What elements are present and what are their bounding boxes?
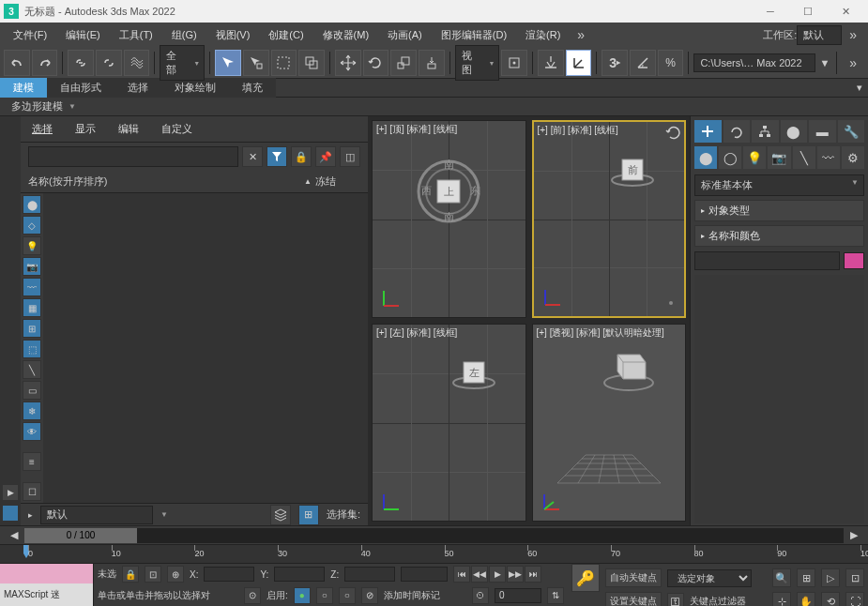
enable-2-button[interactable]: ○ bbox=[316, 587, 333, 604]
viewcube-front-icon[interactable]: 前 bbox=[609, 150, 656, 188]
maxscript-label[interactable]: MAXScript 迷 bbox=[0, 583, 93, 607]
status-grid-input[interactable] bbox=[401, 567, 448, 582]
viewport-persp-label[interactable]: [+] [透视] [标准] [默认明暗处理] bbox=[537, 326, 664, 340]
selection-filter-dropdown[interactable]: 全部 bbox=[160, 45, 205, 81]
filter-all-icon[interactable]: ≡ bbox=[23, 452, 41, 471]
object-name-input[interactable] bbox=[694, 251, 840, 270]
status-z-input[interactable] bbox=[344, 567, 395, 582]
filter-none-icon[interactable]: ☐ bbox=[23, 482, 41, 501]
menu-group[interactable]: 组(G) bbox=[162, 24, 206, 46]
nav-zoomext-button[interactable]: ⊡ bbox=[845, 568, 864, 587]
link-button[interactable] bbox=[68, 50, 94, 76]
viewcube-home-icon[interactable] bbox=[669, 301, 673, 305]
menu-file[interactable]: 文件(F) bbox=[4, 24, 56, 46]
timeslider-prev-icon[interactable]: ◀ bbox=[8, 529, 21, 541]
time-ruler[interactable]: 0102030405060708090100 bbox=[0, 544, 868, 563]
timeslider-next-icon[interactable]: ▶ bbox=[847, 529, 860, 541]
viewport-front[interactable]: [+] [前] [标准] [线框] 前 bbox=[532, 120, 687, 318]
filter-geometry-icon[interactable]: ⬤ bbox=[23, 195, 41, 214]
sb-isolate-button[interactable]: ⊡ bbox=[145, 566, 161, 583]
filter-frozen-icon[interactable]: ❄ bbox=[23, 401, 41, 420]
move-button[interactable] bbox=[335, 50, 361, 76]
ribbon-panel-expand-icon[interactable]: ▼ bbox=[69, 102, 76, 111]
menu-overflow-icon[interactable]: » bbox=[570, 27, 592, 42]
cp-sub-shapes[interactable]: ◯ bbox=[719, 146, 741, 169]
placement-button[interactable] bbox=[419, 50, 445, 76]
menu-rendering[interactable]: 渲染(R) bbox=[516, 24, 570, 46]
object-color-swatch[interactable] bbox=[844, 252, 864, 269]
filter-shapes-icon[interactable]: ◇ bbox=[23, 216, 41, 235]
sb-toggle1-button[interactable]: ⊙ bbox=[244, 587, 261, 604]
maximize-button[interactable]: ☐ bbox=[789, 0, 827, 23]
key-filters-icon[interactable]: ⚿ bbox=[667, 593, 684, 606]
unlink-button[interactable] bbox=[96, 50, 122, 76]
cp-category-dropdown[interactable]: 标准基本体 bbox=[694, 174, 864, 196]
scene-column-freeze[interactable]: ▲冻结 bbox=[304, 174, 360, 189]
status-x-input[interactable] bbox=[204, 567, 254, 582]
current-frame-input[interactable] bbox=[495, 588, 541, 603]
angle-snap-button[interactable] bbox=[566, 50, 592, 76]
enable-1-button[interactable]: ● bbox=[294, 587, 311, 604]
layer-button[interactable] bbox=[270, 505, 291, 525]
nav-zoomall-button[interactable]: ⊞ bbox=[797, 568, 815, 587]
cp-sub-lights[interactable]: 💡 bbox=[743, 146, 766, 169]
enable-3-button[interactable]: ○ bbox=[339, 587, 356, 604]
filter-xrefs-icon[interactable]: ⬚ bbox=[23, 340, 41, 358]
cp-sub-geometry[interactable]: ⬤ bbox=[694, 146, 717, 169]
viewcube-top-icon[interactable]: 上 南 西 东 南 bbox=[416, 159, 481, 224]
menu-animation[interactable]: 动画(A) bbox=[378, 24, 432, 46]
ribbon-tab-objectpaint[interactable]: 对象绘制 bbox=[161, 78, 229, 98]
snaps-3-button[interactable]: 3▸ bbox=[602, 50, 628, 76]
cp-rollout-objecttype[interactable]: ▸对象类型 bbox=[694, 200, 864, 221]
menu-create[interactable]: 创建(C) bbox=[259, 24, 312, 46]
cp-tab-hierarchy[interactable] bbox=[752, 120, 779, 143]
next-frame-button[interactable]: ▶▶ bbox=[507, 566, 524, 583]
nav-orbit-button[interactable]: ⟲ bbox=[821, 592, 840, 606]
scene-list[interactable] bbox=[43, 193, 368, 503]
minimize-button[interactable]: ─ bbox=[752, 0, 789, 23]
filter-cameras-icon[interactable]: 📷 bbox=[23, 257, 41, 276]
scene-lock-button[interactable]: 🔒 bbox=[291, 146, 312, 167]
scene-bottom-input[interactable] bbox=[40, 506, 153, 524]
use-center-button[interactable] bbox=[501, 50, 527, 76]
scene-bottom-dropdown-icon[interactable]: ▼ bbox=[160, 510, 168, 519]
scene-pin-button[interactable]: 📌 bbox=[315, 146, 336, 167]
angle-snap-toggle-button[interactable] bbox=[630, 50, 656, 76]
cp-sub-helpers[interactable]: ╲ bbox=[793, 146, 815, 169]
sb-lock-button[interactable]: 🔒 bbox=[122, 566, 139, 583]
menu-overflow-right-icon[interactable]: » bbox=[842, 27, 864, 42]
close-button[interactable]: ✕ bbox=[827, 0, 864, 23]
redo-button[interactable] bbox=[32, 50, 58, 76]
menu-grapheditors[interactable]: 图形编辑器(D) bbox=[432, 24, 516, 46]
timeslider-track[interactable]: 0 / 100 bbox=[24, 528, 844, 543]
scene-search-input[interactable] bbox=[28, 146, 238, 167]
filter-bone-icon[interactable]: ╲ bbox=[23, 360, 41, 379]
keyfilter-button[interactable]: 关键点过滤器 bbox=[690, 595, 746, 606]
snap-toggle-button[interactable] bbox=[538, 50, 564, 76]
select-region-button[interactable] bbox=[271, 50, 297, 76]
cp-sub-systems[interactable]: ⚙ bbox=[842, 146, 864, 169]
viewcube-left-icon[interactable]: 左 bbox=[450, 353, 497, 390]
cp-tab-motion[interactable]: ⬤ bbox=[781, 120, 808, 143]
menu-tools[interactable]: 工具(T) bbox=[110, 24, 162, 46]
scene-filter-button[interactable] bbox=[266, 146, 287, 167]
viewport-perspective[interactable]: [+] [透视] [标准] [默认明暗处理] bbox=[532, 324, 687, 522]
select-by-name-button[interactable] bbox=[243, 50, 269, 76]
scene-tab-customize[interactable]: 自定义 bbox=[158, 120, 196, 138]
time-config-button[interactable]: ⏲ bbox=[472, 587, 489, 604]
cp-tab-create[interactable] bbox=[694, 120, 722, 143]
window-crossing-button[interactable] bbox=[298, 50, 325, 76]
viewport-top[interactable]: [+] [顶] [标准] [线框] 上 南 西 东 南 bbox=[372, 120, 526, 318]
filter-containers-icon[interactable]: ▭ bbox=[23, 381, 41, 400]
percent-snap-button[interactable]: % bbox=[658, 50, 684, 76]
ribbon-tab-selection[interactable]: 选择 bbox=[114, 78, 161, 98]
scale-button[interactable] bbox=[390, 50, 417, 76]
autokey-button[interactable]: 自动关键点 bbox=[605, 568, 662, 587]
viewport-left-label[interactable]: [+] [左] [标准] [线框] bbox=[376, 326, 457, 340]
nav-pan-button[interactable]: ⊹ bbox=[772, 592, 791, 606]
scene-view-button[interactable]: ◫ bbox=[340, 146, 360, 167]
viewport-left[interactable]: [+] [左] [标准] [线框] 左 bbox=[372, 324, 526, 522]
viewport-front-label[interactable]: [+] [前] [标准] [线框] bbox=[538, 124, 618, 137]
toolbar-overflow-icon[interactable]: » bbox=[842, 55, 864, 70]
undo-button[interactable] bbox=[4, 50, 30, 76]
